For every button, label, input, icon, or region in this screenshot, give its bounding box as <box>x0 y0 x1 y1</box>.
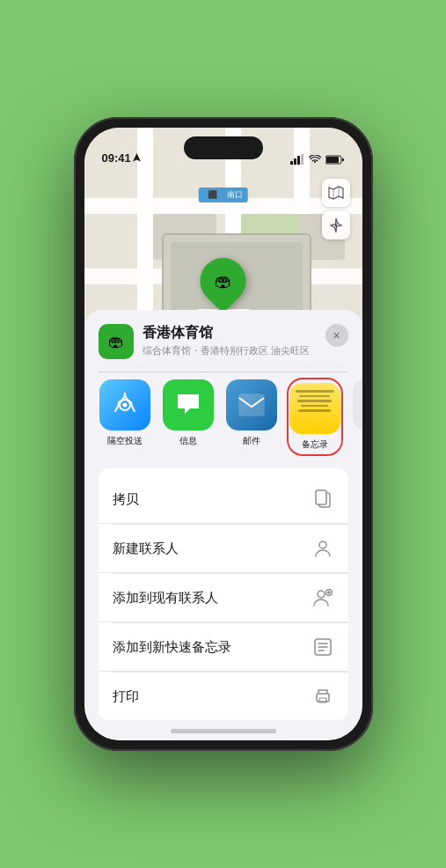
actions-group: 拷贝 新建联系人 <box>99 468 348 720</box>
copy-label: 拷贝 <box>113 491 139 508</box>
svg-rect-1 <box>294 158 296 165</box>
venue-icon: 🏟 <box>99 324 134 359</box>
notes-label: 备忘录 <box>302 438 328 451</box>
actions-container: 拷贝 新建联系人 <box>84 468 362 720</box>
print-label: 打印 <box>113 688 139 705</box>
mail-label: 邮件 <box>243 435 260 447</box>
map-type-button[interactable] <box>322 179 350 207</box>
svg-rect-3 <box>301 154 303 165</box>
svg-point-12 <box>319 541 326 548</box>
home-indicator <box>171 729 276 733</box>
mail-icon-wrap <box>226 379 277 430</box>
phone-screen: 09:41 <box>84 128 362 740</box>
messages-label: 信息 <box>179 435 197 447</box>
time-text: 09:41 <box>102 151 131 165</box>
location-subtitle: 综合体育馆・香港特别行政区 油尖旺区 <box>143 344 317 357</box>
dynamic-island <box>184 136 263 159</box>
action-add-existing[interactable]: 添加到现有联系人 <box>99 574 348 622</box>
notes-icon-wrap <box>289 383 340 434</box>
print-icon <box>311 685 334 708</box>
location-arrow-icon <box>133 153 141 163</box>
add-note-label: 添加到新快速备忘录 <box>113 639 231 656</box>
airdrop-icon-wrap <box>99 379 150 430</box>
share-item-more[interactable]: 推 <box>352 379 362 454</box>
wifi-icon <box>309 155 321 165</box>
battery-icon <box>325 155 345 165</box>
svg-point-8 <box>122 403 127 408</box>
svg-rect-5 <box>326 157 339 163</box>
action-copy[interactable]: 拷贝 <box>99 475 348 524</box>
action-new-contact[interactable]: 新建联系人 <box>99 525 348 573</box>
messages-icon <box>174 391 202 419</box>
svg-point-13 <box>318 591 325 598</box>
more-icon-wrap <box>353 379 362 430</box>
svg-point-6 <box>334 224 337 227</box>
share-item-airdrop[interactable]: 隔空投送 <box>99 379 151 454</box>
bottom-sheet: 🏟 香港体育馆 综合体育馆・香港特别行政区 油尖旺区 × <box>84 310 362 740</box>
signal-icon <box>290 154 304 165</box>
status-icons <box>290 154 345 165</box>
pin-emoji: 🏟 <box>215 271 232 291</box>
location-info: 香港体育馆 综合体育馆・香港特别行政区 油尖旺区 <box>143 324 317 357</box>
share-item-messages[interactable]: 信息 <box>162 379 215 454</box>
svg-rect-11 <box>316 490 326 504</box>
airdrop-icon <box>112 392 138 418</box>
svg-rect-2 <box>297 156 300 165</box>
status-time: 09:41 <box>102 151 141 165</box>
svg-rect-0 <box>290 161 293 165</box>
close-button[interactable]: × <box>325 324 348 347</box>
action-add-note[interactable]: 添加到新快速备忘录 <box>99 623 348 672</box>
person-add-icon <box>311 586 334 609</box>
airdrop-label: 隔空投送 <box>107 435 143 447</box>
location-button[interactable] <box>322 211 350 239</box>
action-print[interactable]: 打印 <box>99 673 348 720</box>
share-row: 隔空投送 信息 <box>84 372 362 468</box>
share-item-mail[interactable]: 邮件 <box>225 379 278 454</box>
map-north-entrance-label: ⬛ 南口 <box>198 188 248 202</box>
pin-circle: 🏟 <box>191 248 256 313</box>
location-name: 香港体育馆 <box>143 324 317 342</box>
share-item-notes[interactable]: 备忘录 <box>289 379 341 454</box>
note-icon <box>311 636 334 658</box>
location-header: 🏟 香港体育馆 综合体育馆・香港特别行政区 油尖旺区 × <box>84 324 362 371</box>
add-existing-label: 添加到现有联系人 <box>113 590 218 607</box>
svg-rect-9 <box>239 394 264 416</box>
mail-icon <box>238 393 266 417</box>
messages-icon-wrap <box>163 379 214 430</box>
person-icon <box>311 537 334 560</box>
map-controls <box>322 179 350 239</box>
phone-frame: 09:41 <box>74 117 373 751</box>
copy-icon <box>311 488 334 511</box>
new-contact-label: 新建联系人 <box>113 541 179 557</box>
compass-icon <box>328 217 344 233</box>
map-icon <box>328 185 344 201</box>
